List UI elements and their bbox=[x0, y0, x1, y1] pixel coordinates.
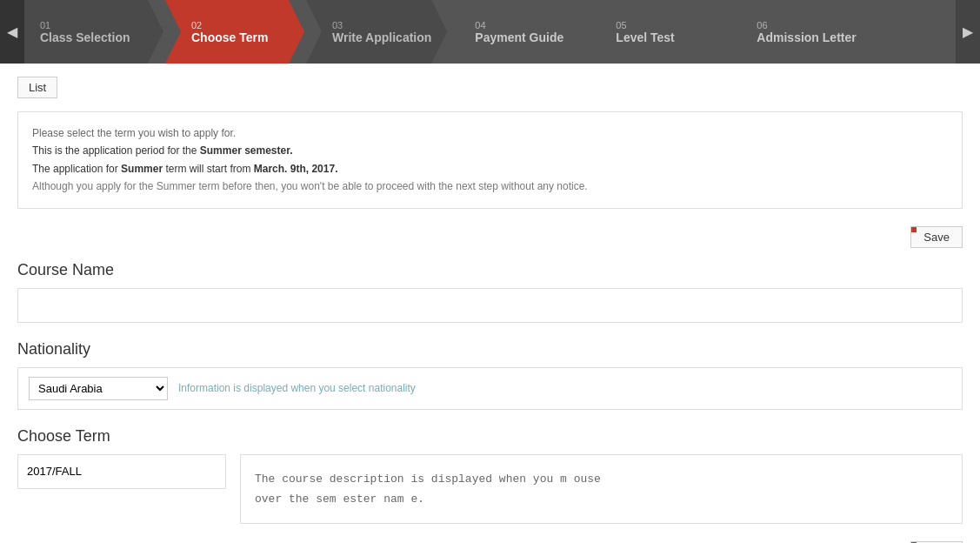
course-name-input[interactable] bbox=[17, 288, 963, 323]
wizard-steps: 01 Class Selection 02 Choose Term 03 Wri… bbox=[24, 0, 956, 64]
course-name-label: Course Name bbox=[17, 261, 963, 279]
wizard-step-step-4[interactable]: 04 Payment Guide bbox=[449, 0, 588, 64]
step-number: 06 bbox=[757, 20, 856, 30]
wizard-next-button[interactable]: ▶ bbox=[956, 0, 980, 64]
step-label: Level Test bbox=[616, 30, 674, 44]
step-label: Admission Letter bbox=[757, 30, 856, 44]
term-description: The course description is displayed when… bbox=[240, 454, 963, 525]
info-line3-prefix: The application for bbox=[32, 163, 121, 175]
info-line3-bold1: Summer bbox=[121, 163, 163, 175]
step-label: Write Application bbox=[332, 30, 431, 44]
step-number: 01 bbox=[40, 20, 130, 30]
step-number: 04 bbox=[475, 20, 563, 30]
info-box: Please select the term you wish to apply… bbox=[17, 111, 963, 209]
wizard-step-step-5[interactable]: 05 Level Test bbox=[590, 0, 729, 64]
save-top-button[interactable]: Save bbox=[910, 226, 963, 248]
info-line2-prefix: This is the application period for the bbox=[32, 144, 200, 157]
info-line3-bold2: March. 9th, 2017. bbox=[254, 163, 338, 175]
step-label: Payment Guide bbox=[475, 30, 563, 44]
step-number: 02 bbox=[191, 20, 268, 30]
step-number: 03 bbox=[332, 20, 431, 30]
step-label: Choose Term bbox=[191, 30, 268, 44]
wizard-header: ◀ 01 Class Selection 02 Choose Term 03 W… bbox=[0, 0, 980, 64]
step-number: 05 bbox=[616, 20, 674, 30]
choose-term-label: Choose Term bbox=[17, 427, 963, 446]
nationality-hint: Information is displayed when you select… bbox=[178, 382, 416, 394]
wizard-step-step-2[interactable]: 02 Choose Term bbox=[165, 0, 304, 64]
info-line3-middle: term will start from bbox=[163, 163, 254, 175]
nationality-row: Saudi ArabiaUSAUKJapanKoreaChinaOther In… bbox=[17, 367, 963, 410]
wizard-prev-button[interactable]: ◀ bbox=[0, 0, 24, 64]
wizard-step-step-1[interactable]: 01 Class Selection bbox=[24, 0, 163, 64]
nationality-label: Nationality bbox=[17, 340, 963, 359]
wizard-step-step-6[interactable]: 06 Admission Letter bbox=[730, 0, 871, 64]
list-button[interactable]: List bbox=[17, 77, 57, 98]
info-line3: The application for Summer term will sta… bbox=[32, 160, 948, 178]
info-line1: Please select the term you wish to apply… bbox=[32, 124, 948, 142]
term-input[interactable] bbox=[17, 454, 226, 489]
info-line2-bold: Summer semester. bbox=[200, 144, 293, 157]
step-label: Class Selection bbox=[40, 30, 130, 44]
term-row: The course description is displayed when… bbox=[17, 454, 963, 525]
save-top-area: Save bbox=[17, 226, 963, 248]
term-left bbox=[17, 454, 226, 489]
info-line2: This is the application period for the S… bbox=[32, 142, 948, 159]
info-line4: Although you apply for the Summer term b… bbox=[32, 178, 948, 195]
wizard-step-step-3[interactable]: 03 Write Application bbox=[306, 0, 447, 64]
nationality-select[interactable]: Saudi ArabiaUSAUKJapanKoreaChinaOther bbox=[29, 377, 168, 400]
main-content: List Please select the term you wish to … bbox=[0, 64, 980, 543]
